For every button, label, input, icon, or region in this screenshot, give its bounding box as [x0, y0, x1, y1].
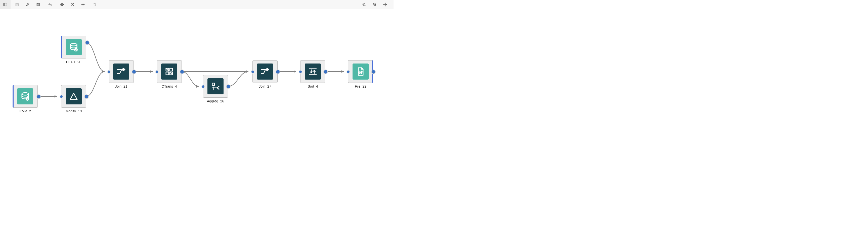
db-j-icon: J [17, 89, 33, 104]
node-box[interactable] [348, 60, 373, 83]
svg-line-11 [365, 5, 366, 6]
svg-rect-0 [4, 3, 7, 6]
port-out[interactable] [180, 70, 184, 74]
trash-icon [90, 0, 100, 9]
svg-line-29 [170, 72, 173, 75]
flow-node-aggreg[interactable]: Aggreg_26 [203, 75, 228, 103]
svg-rect-30 [212, 83, 215, 85]
toggle-panel-icon[interactable] [0, 0, 10, 9]
svg-point-17 [22, 93, 28, 95]
node-box[interactable]: J [61, 36, 86, 59]
arrowhead-icon [246, 70, 248, 73]
node-label: DEPT_20 [61, 60, 86, 64]
edge-modify-join21 [86, 72, 104, 96]
port-in[interactable] [60, 95, 63, 98]
join-icon [113, 64, 129, 79]
eye-icon[interactable] [57, 0, 67, 9]
aggreg-icon [208, 78, 223, 94]
node-box[interactable] [203, 75, 228, 98]
node-label: Aggreg_26 [203, 99, 228, 103]
port-in[interactable] [155, 70, 159, 74]
flow-node-ctrans[interactable]: CTrans_4 [157, 60, 182, 89]
node-label: Sort_4 [300, 84, 326, 89]
node-label: Join_27 [252, 84, 278, 89]
port-in[interactable] [107, 70, 111, 74]
arrowhead-icon [294, 70, 296, 73]
sort-icon [305, 64, 321, 79]
node-label: Modify_13 [61, 109, 86, 112]
port-in[interactable] [202, 85, 205, 89]
arrowhead-icon [102, 70, 104, 73]
arrowhead-icon [102, 70, 104, 73]
svg-point-20 [70, 43, 77, 46]
arrowhead-icon [246, 70, 248, 73]
port-out[interactable] [226, 84, 230, 89]
svg-rect-3 [17, 5, 18, 6]
node-box[interactable]: J [12, 85, 38, 108]
flow-node-emp[interactable]: JEMP_2 [12, 85, 38, 112]
grid4-icon [161, 64, 177, 79]
svg-point-7 [61, 4, 62, 5]
port-out[interactable] [84, 94, 89, 99]
file-icon [352, 64, 369, 79]
node-box[interactable] [108, 60, 134, 83]
port-in[interactable] [346, 70, 350, 74]
node-label: File_22 [348, 84, 373, 89]
port-out[interactable] [371, 70, 376, 74]
svg-text:J: J [75, 48, 77, 51]
svg-text:J: J [27, 98, 28, 100]
gear-icon[interactable] [78, 0, 88, 9]
port-out[interactable] [36, 94, 41, 99]
port-out[interactable] [276, 70, 280, 74]
zoom-in-icon[interactable] [359, 0, 369, 9]
flow-node-dept[interactable]: JDEPT_20 [61, 36, 86, 64]
arrowhead-icon [150, 70, 153, 73]
delta-icon [66, 89, 82, 104]
port-out[interactable] [85, 40, 90, 45]
toolbar-separator [11, 1, 11, 8]
flow-node-join27[interactable]: Join_27 [252, 60, 278, 89]
node-box[interactable] [61, 85, 86, 108]
db-j-icon: J [66, 39, 82, 55]
undo-icon[interactable] [45, 0, 55, 9]
edge-ctrans-aggreg [182, 72, 199, 86]
svg-rect-4 [37, 3, 39, 4]
node-label: EMP_2 [12, 109, 38, 112]
join-icon [257, 64, 273, 79]
svg-rect-25 [170, 68, 173, 71]
flow-node-modify[interactable]: Modify_13 [61, 85, 86, 112]
edge-aggreg-join27 [228, 72, 248, 86]
svg-rect-26 [166, 72, 169, 75]
node-label: Join_21 [108, 84, 134, 89]
save-db-icon[interactable] [33, 0, 43, 9]
port-out[interactable] [132, 70, 136, 74]
arrowhead-icon [55, 95, 57, 98]
svg-line-28 [166, 68, 169, 71]
svg-line-15 [375, 5, 376, 6]
svg-rect-2 [17, 3, 18, 4]
toolbar [0, 0, 394, 9]
node-label: CTrans_4 [157, 84, 182, 89]
node-box[interactable] [252, 60, 278, 83]
wires-layer [0, 9, 394, 112]
clock-icon[interactable] [67, 0, 78, 9]
port-in[interactable] [251, 70, 254, 74]
svg-point-9 [83, 4, 84, 5]
node-box[interactable] [157, 60, 182, 83]
flow-node-join21[interactable]: Join_21 [108, 60, 134, 89]
arrowhead-icon [196, 85, 199, 87]
save-icon [12, 0, 22, 9]
toolbar-separator [89, 1, 89, 8]
port-out[interactable] [323, 70, 328, 74]
arrowhead-icon [341, 70, 344, 73]
node-box[interactable] [300, 60, 326, 83]
flow-node-file[interactable]: File_22 [348, 60, 373, 89]
toolbar-spacer [100, 0, 359, 9]
zoom-out-icon[interactable] [369, 0, 380, 9]
port-in[interactable] [299, 70, 302, 74]
flow-canvas[interactable]: JEMP_2JDEPT_20Modify_13Join_21CTrans_4Ag… [0, 9, 394, 112]
wrench-icon[interactable] [22, 0, 33, 9]
edge-dept-join21 [86, 42, 104, 72]
move-icon[interactable] [380, 0, 391, 9]
flow-node-sort[interactable]: Sort_4 [300, 60, 326, 89]
